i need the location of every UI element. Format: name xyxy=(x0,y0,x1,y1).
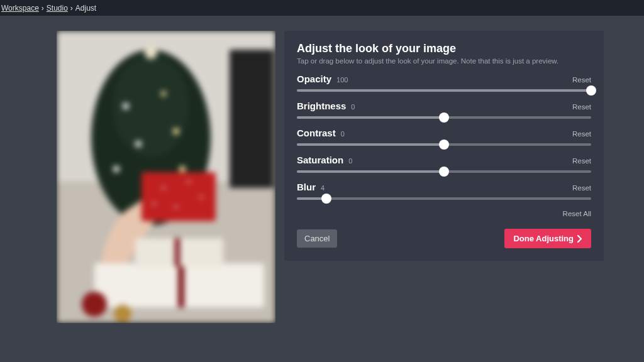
slider-brightness: Brightness 0 Reset xyxy=(297,101,591,119)
slider-opacity: Opacity 100 Reset xyxy=(297,74,591,92)
slider-value: 0 xyxy=(351,103,355,111)
svg-point-15 xyxy=(200,196,203,199)
slider-value: 4 xyxy=(321,184,325,192)
reset-saturation[interactable]: Reset xyxy=(572,157,591,165)
reset-all[interactable]: Reset All xyxy=(563,210,591,217)
panel-subtitle: Tap or drag below to adjust the look of … xyxy=(297,57,591,65)
breadcrumb-sep: › xyxy=(42,4,44,13)
slider-thumb[interactable] xyxy=(439,167,449,177)
slider-thumb[interactable] xyxy=(439,140,449,150)
track-fill xyxy=(297,143,444,146)
breadcrumb-workspace[interactable]: Workspace xyxy=(1,4,39,13)
svg-point-14 xyxy=(187,180,190,183)
chevron-right-icon xyxy=(577,235,582,243)
reset-contrast[interactable]: Reset xyxy=(572,130,591,138)
svg-point-22 xyxy=(82,292,107,317)
track-fill xyxy=(297,170,444,173)
reset-blur[interactable]: Reset xyxy=(572,184,591,192)
slider-label: Blur xyxy=(297,182,316,192)
breadcrumb-sep: › xyxy=(70,4,73,13)
preview-image xyxy=(57,31,275,323)
slider-saturation: Saturation 0 Reset xyxy=(297,155,591,173)
svg-point-8 xyxy=(135,141,142,147)
track-fill xyxy=(297,116,444,119)
slider-value: 0 xyxy=(348,157,352,165)
stage: Adjust the look of your image Tap or dra… xyxy=(0,16,644,362)
svg-point-10 xyxy=(113,166,119,172)
saturation-track[interactable] xyxy=(297,170,591,173)
contrast-track[interactable] xyxy=(297,143,591,146)
slider-label: Brightness xyxy=(297,101,346,111)
svg-rect-2 xyxy=(230,50,274,188)
slider-blur: Blur 4 Reset xyxy=(297,182,591,200)
done-adjusting-button[interactable]: Done Adjusting xyxy=(504,229,591,248)
svg-point-11 xyxy=(179,166,186,172)
cancel-button[interactable]: Cancel xyxy=(297,229,337,248)
slider-thumb[interactable] xyxy=(321,194,331,204)
slider-label: Saturation xyxy=(297,155,343,165)
svg-point-23 xyxy=(114,305,131,322)
svg-point-16 xyxy=(175,206,177,208)
brightness-track[interactable] xyxy=(297,116,591,119)
panel-title: Adjust the look of your image xyxy=(297,42,591,55)
slider-thumb[interactable] xyxy=(439,112,449,123)
slider-thumb[interactable] xyxy=(586,85,596,96)
svg-point-5 xyxy=(145,47,157,59)
track-fill xyxy=(297,89,591,92)
slider-label: Opacity xyxy=(297,74,331,84)
breadcrumb: Workspace › Studio › Adjust xyxy=(0,0,644,16)
svg-point-9 xyxy=(173,128,179,134)
reset-opacity[interactable]: Reset xyxy=(572,76,591,84)
svg-rect-19 xyxy=(178,263,184,307)
opacity-track[interactable] xyxy=(297,89,591,92)
svg-rect-12 xyxy=(142,172,216,221)
slider-label: Contrast xyxy=(297,128,336,138)
svg-point-13 xyxy=(162,187,165,189)
slider-value: 0 xyxy=(341,130,345,138)
svg-point-6 xyxy=(123,103,129,109)
done-label: Done Adjusting xyxy=(513,234,574,243)
svg-point-17 xyxy=(153,202,155,205)
slider-value: 100 xyxy=(336,76,348,84)
reset-brightness[interactable]: Reset xyxy=(572,103,591,111)
svg-point-7 xyxy=(161,91,166,96)
svg-rect-21 xyxy=(175,238,180,266)
breadcrumb-current: Adjust xyxy=(75,4,96,13)
blur-track[interactable] xyxy=(297,197,591,200)
breadcrumb-studio[interactable]: Studio xyxy=(47,4,68,13)
slider-contrast: Contrast 0 Reset xyxy=(297,128,591,146)
adjust-panel: Adjust the look of your image Tap or dra… xyxy=(284,31,604,261)
